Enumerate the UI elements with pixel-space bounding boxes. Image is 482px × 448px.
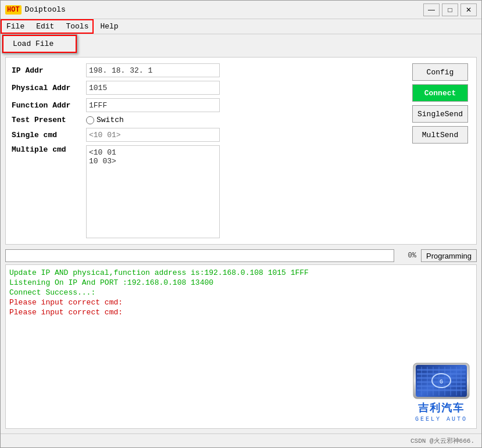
title-bar-left: HOT Doiptools bbox=[5, 5, 66, 15]
function-addr-input[interactable] bbox=[86, 98, 220, 112]
svg-rect-15 bbox=[460, 367, 462, 396]
single-send-button[interactable]: SingleSend bbox=[412, 105, 468, 123]
test-present-row: Test Present Switch bbox=[12, 116, 406, 124]
menu-tools[interactable]: Tools bbox=[60, 21, 94, 32]
menu-edit[interactable]: Edit bbox=[30, 21, 60, 32]
log-line-4: Please input correct cmd: bbox=[9, 298, 473, 307]
radio-circle-icon bbox=[86, 116, 94, 124]
ip-addr-input[interactable] bbox=[86, 63, 220, 77]
svg-rect-9 bbox=[427, 367, 428, 396]
svg-rect-10 bbox=[433, 367, 434, 396]
physical-addr-row: Physical Addr bbox=[12, 81, 406, 95]
physical-addr-input[interactable] bbox=[86, 81, 220, 95]
log-line-3: Connect Success...: bbox=[9, 288, 473, 297]
title-buttons: — □ ✕ bbox=[423, 3, 477, 16]
multiple-cmd-label: Multiple cmd bbox=[12, 145, 81, 154]
load-file-menu-item[interactable]: Load File bbox=[2, 35, 77, 53]
form-area: IP Addr Physical Addr Function Addr Test… bbox=[5, 57, 477, 245]
connect-button[interactable]: Connect bbox=[412, 84, 468, 102]
svg-rect-2 bbox=[417, 369, 466, 371]
geely-chinese-text: 吉利汽车 bbox=[418, 401, 465, 415]
menu-file[interactable]: File bbox=[1, 21, 30, 32]
file-dropdown: Load File bbox=[2, 34, 77, 53]
app-icon: HOT bbox=[5, 5, 22, 15]
multiple-cmd-row: Multiple cmd <10 01 10 03> bbox=[12, 145, 406, 238]
svg-rect-8 bbox=[421, 367, 422, 396]
multiple-cmd-textarea[interactable]: <10 01 10 03> bbox=[86, 145, 220, 238]
log-area: Update IP AND physical,function address … bbox=[5, 264, 477, 429]
programming-button[interactable]: Programming bbox=[421, 249, 477, 262]
menu-help[interactable]: Help bbox=[94, 21, 124, 32]
physical-addr-label: Physical Addr bbox=[12, 84, 81, 92]
minimize-button[interactable]: — bbox=[423, 3, 440, 16]
single-cmd-input[interactable] bbox=[86, 128, 220, 142]
window-title: Doiptools bbox=[25, 5, 66, 14]
status-text: CSDN @火云邪神666. bbox=[410, 436, 474, 445]
main-content: GWM IP Addr Physical Addr Function Addr bbox=[1, 34, 481, 433]
progress-area: 0% Programming bbox=[5, 249, 477, 262]
form-fields: IP Addr Physical Addr Function Addr Test… bbox=[12, 63, 406, 238]
svg-rect-12 bbox=[444, 367, 445, 396]
svg-rect-6 bbox=[417, 385, 466, 387]
close-button[interactable]: ✕ bbox=[460, 3, 477, 16]
maximize-button[interactable]: □ bbox=[442, 3, 458, 16]
status-bar: CSDN @火云邪神666. bbox=[1, 433, 481, 447]
log-line-2: Listening On IP And PORT :192.168.0.108 … bbox=[9, 278, 473, 287]
geely-emblem-icon: G bbox=[412, 362, 470, 400]
geely-english-text: GEELY AUTO bbox=[415, 416, 467, 422]
right-buttons: Config Connect SingleSend MultSend bbox=[412, 63, 470, 238]
mult-send-button[interactable]: MultSend bbox=[412, 126, 468, 144]
svg-rect-7 bbox=[417, 389, 466, 391]
log-line-5: Please input correct cmd: bbox=[9, 308, 473, 317]
menu-bar: File Edit Tools Help Load File bbox=[1, 19, 481, 34]
geely-logo-area: G 吉利汽车 GEELY AUTO bbox=[412, 362, 470, 422]
progress-bar-container bbox=[5, 249, 394, 262]
test-present-label: Test Present bbox=[12, 116, 81, 124]
single-cmd-label: Single cmd bbox=[12, 131, 81, 139]
single-cmd-row: Single cmd bbox=[12, 128, 406, 142]
function-addr-label: Function Addr bbox=[12, 101, 81, 110]
switch-label: Switch bbox=[97, 116, 124, 124]
progress-percent-label: 0% bbox=[399, 252, 416, 260]
title-bar: HOT Doiptools — □ ✕ bbox=[1, 1, 481, 19]
config-button[interactable]: Config bbox=[412, 63, 468, 81]
svg-text:G: G bbox=[440, 379, 443, 385]
function-addr-row: Function Addr bbox=[12, 98, 406, 112]
ip-addr-label: IP Addr bbox=[12, 66, 81, 75]
svg-rect-14 bbox=[456, 367, 457, 396]
ip-addr-row: IP Addr bbox=[12, 63, 406, 77]
main-window: HOT Doiptools — □ ✕ File Edit Tools Help… bbox=[0, 0, 482, 448]
log-line-1: Update IP AND physical,function address … bbox=[9, 268, 473, 277]
switch-radio[interactable]: Switch bbox=[86, 116, 124, 124]
